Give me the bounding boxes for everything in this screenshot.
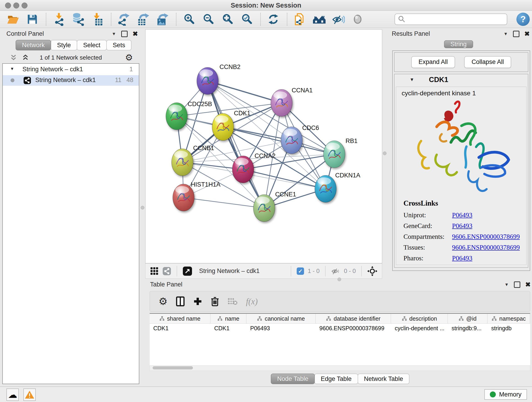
gear-icon[interactable]: ⚙ (125, 53, 133, 62)
section-expander-icon[interactable]: ▼ (410, 77, 414, 82)
cloud-button[interactable]: ☁ (6, 389, 19, 401)
network-collection-row[interactable]: ▼ String Network – cdk1 1 (3, 65, 139, 75)
network-node[interactable]: CCNA1 (271, 87, 313, 116)
refresh-icon (268, 14, 279, 25)
home-network-button[interactable] (312, 12, 326, 26)
column-header[interactable]: @id (448, 314, 488, 323)
tab-network-table[interactable]: Network Table (358, 374, 410, 384)
splitter-handle[interactable] (337, 278, 341, 281)
refresh-button[interactable] (266, 12, 280, 26)
export-image-button[interactable] (155, 12, 170, 26)
tab-string[interactable]: String (444, 40, 473, 48)
horizontal-scrollbar[interactable] (150, 365, 530, 371)
network-node[interactable]: CDKN1A (315, 172, 360, 202)
open-in-window-icon[interactable] (183, 266, 192, 276)
column-header[interactable]: description (391, 314, 448, 323)
network-node[interactable]: CCNB1 (172, 145, 214, 176)
crosslink-link[interactable]: P06493 (452, 254, 472, 262)
table-cell[interactable]: cyclin-dependent ... (391, 324, 448, 333)
search-input[interactable] (407, 16, 507, 23)
tab-sets[interactable]: Sets (106, 40, 132, 51)
network-edge[interactable] (243, 169, 326, 189)
share-network-icon[interactable] (162, 267, 171, 275)
zoom-selected-button[interactable] (240, 12, 254, 26)
network-edge[interactable] (208, 81, 264, 208)
protein-section-header[interactable]: ▼ CDK1 (394, 74, 528, 86)
tab-edge-table[interactable]: Edge Table (314, 374, 358, 384)
network-edge[interactable] (208, 81, 282, 103)
network-node[interactable]: HIST1H1A (173, 181, 220, 211)
crosshair-icon[interactable] (367, 266, 377, 276)
splitter-handle[interactable] (383, 152, 386, 155)
panel-float-icon[interactable] (514, 281, 520, 288)
add-column-icon[interactable] (193, 297, 202, 306)
column-type-icon (402, 316, 407, 321)
hide-selected-button[interactable] (331, 12, 346, 26)
panel-float-icon[interactable] (121, 31, 128, 37)
home-network-icon (312, 14, 326, 25)
import-network-button[interactable] (52, 12, 66, 26)
tree-expander-icon[interactable]: ▼ (10, 66, 14, 71)
open-session-button[interactable] (6, 12, 20, 26)
table-gear-icon[interactable]: ⚙ (158, 297, 167, 306)
table-cell[interactable]: CDK1 (210, 324, 247, 333)
crosslink-link[interactable]: 9606.ENSP00000378699 (452, 244, 520, 251)
tab-select[interactable]: Select (77, 40, 107, 51)
column-header[interactable]: database identifier (316, 314, 391, 323)
warnings-button[interactable] (23, 389, 36, 401)
panel-float-icon[interactable] (513, 31, 519, 37)
export-table-button[interactable] (136, 12, 150, 26)
expand-all-button[interactable]: Expand All (411, 56, 455, 68)
column-header[interactable]: name (210, 314, 247, 323)
network-edge[interactable] (184, 198, 264, 208)
crosslink-link[interactable]: P06493 (452, 222, 472, 230)
birdseye-grid-icon[interactable] (150, 267, 159, 275)
column-header[interactable]: canonical name (247, 314, 316, 323)
panel-menu-icon[interactable]: ▼ (112, 32, 116, 36)
scrollbar-thumb[interactable] (152, 366, 193, 370)
network-node[interactable]: CDC25B (166, 101, 212, 130)
share-document-button[interactable] (293, 12, 307, 26)
table-cell[interactable]: stringdb:9... (448, 324, 488, 333)
zoom-out-button[interactable] (201, 12, 215, 26)
network-node[interactable]: RB1 (323, 138, 358, 168)
help-button[interactable]: ? (516, 13, 530, 26)
table-cell[interactable]: P06493 (247, 324, 316, 333)
crosslink-link[interactable]: 9606.ENSP00000378699 (452, 233, 520, 240)
selected-checkbox-icon[interactable]: ✓ (297, 268, 304, 275)
tab-style[interactable]: Style (51, 40, 77, 51)
table-tabs: Node Table Edge Table Network Table (148, 374, 532, 384)
table-cell[interactable]: stringdb (488, 324, 530, 333)
panel-menu-icon[interactable]: ▼ (505, 282, 509, 287)
splitter-handle[interactable] (141, 206, 144, 210)
network-node[interactable]: CCNB2 (197, 64, 241, 95)
panel-close-icon[interactable]: ✖ (525, 32, 530, 36)
save-session-button[interactable] (25, 12, 39, 26)
columns-icon[interactable] (176, 296, 185, 307)
import-database-button[interactable] (71, 12, 85, 26)
panel-close-icon[interactable]: ✖ (133, 32, 138, 36)
network-node[interactable]: CCNE1 (253, 191, 296, 222)
memory-button[interactable]: Memory (484, 389, 527, 400)
crosslink-link[interactable]: P06493 (452, 211, 472, 219)
search-field[interactable] (394, 13, 507, 25)
delete-column-icon[interactable] (210, 296, 219, 307)
node-table[interactable]: shared namenamecanonical namedatabase id… (150, 313, 530, 366)
network-canvas[interactable]: CCNB2CCNA1CDC25BCDK1CDC6RB1CCNB1CCNA2CDK… (145, 29, 382, 263)
table-cell[interactable]: CDK1 (150, 324, 210, 333)
table-row[interactable]: CDK1CDK1P064939606.ENSP00000378699cyclin… (150, 324, 530, 333)
zoom-fit-button[interactable] (220, 12, 234, 26)
tab-network[interactable]: Network (16, 40, 51, 51)
tab-node-table[interactable]: Node Table (271, 374, 315, 384)
network-row-selected[interactable]: String Network – cdk1 11 48 (3, 75, 139, 86)
export-network-button[interactable] (117, 12, 131, 26)
table-cell[interactable]: 9606.ENSP00000378699 (316, 324, 391, 333)
show-all-button[interactable] (351, 12, 365, 26)
panel-menu-icon[interactable]: ▼ (504, 32, 508, 36)
panel-close-icon[interactable]: ✖ (525, 282, 531, 287)
collapse-all-button[interactable]: Collapse All (464, 56, 511, 68)
column-header[interactable]: shared name (150, 314, 210, 323)
import-table-button[interactable] (90, 12, 104, 26)
zoom-in-button[interactable] (182, 12, 196, 26)
column-header[interactable]: namespac (488, 314, 530, 323)
